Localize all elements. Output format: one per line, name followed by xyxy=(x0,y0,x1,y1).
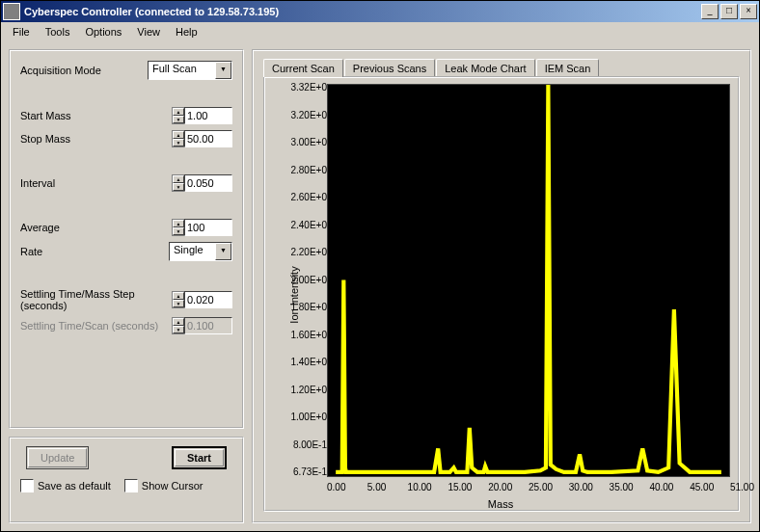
chevron-down-icon: ▼ xyxy=(215,62,231,79)
tab-iem-scan[interactable]: IEM Scan xyxy=(536,59,600,76)
settling-step-label: Settling Time/Mass Step (seconds) xyxy=(20,288,172,311)
y-tick: 1.40E+0 xyxy=(281,357,327,367)
tab-strip: Current Scan Previous Scans Leak Mode Ch… xyxy=(263,57,740,76)
average-row: Average ▲▼ xyxy=(20,219,232,236)
start-button[interactable]: Start xyxy=(172,446,227,469)
spin-down-icon[interactable]: ▼ xyxy=(173,139,184,146)
start-mass-row: Start Mass ▲▼ xyxy=(20,107,232,124)
menu-options[interactable]: Options xyxy=(77,24,129,40)
spectrum-trace xyxy=(336,85,721,472)
title-bar: Cyberspec Controller (connected to 129.5… xyxy=(1,1,759,22)
save-default-checkbox[interactable]: Save as default xyxy=(20,479,111,492)
spin-down-icon[interactable]: ▼ xyxy=(173,300,184,307)
stop-mass-input[interactable] xyxy=(184,130,232,147)
spin-down-icon[interactable]: ▼ xyxy=(173,116,184,123)
start-mass-label: Start Mass xyxy=(20,110,172,121)
stop-mass-row: Stop Mass ▲▼ xyxy=(20,130,232,147)
actions-panel: Update Start Save as default Show Cursor xyxy=(9,437,244,523)
y-tick-labels: 3.32E+03.20E+03.00E+02.80E+02.60E+02.40E… xyxy=(281,82,327,477)
window-title: Cyberspec Controller (connected to 129.5… xyxy=(24,6,701,17)
y-tick: 2.00E+0 xyxy=(281,275,327,285)
rate-value: Single xyxy=(170,243,215,260)
average-label: Average xyxy=(20,222,172,233)
y-tick: 3.00E+0 xyxy=(281,137,327,147)
spin-up-icon[interactable]: ▲ xyxy=(173,220,184,227)
settling-step-row: Settling Time/Mass Step (seconds) ▲▼ xyxy=(20,288,232,311)
window-buttons: _ □ × xyxy=(701,4,757,19)
interval-input[interactable] xyxy=(184,174,232,192)
spin-up-icon: ▲ xyxy=(173,318,184,326)
average-input[interactable] xyxy=(184,219,232,236)
y-tick: 1.20E+0 xyxy=(281,385,327,395)
settling-scan-input xyxy=(184,317,232,334)
save-default-label: Save as default xyxy=(38,480,111,492)
y-tick: 6.73E-1 xyxy=(281,466,327,477)
plot-area[interactable] xyxy=(327,84,730,477)
spin-down-icon[interactable]: ▼ xyxy=(173,183,184,191)
chart-panel: Current Scan Previous Scans Leak Mode Ch… xyxy=(252,49,751,523)
y-tick: 2.40E+0 xyxy=(281,220,327,230)
menu-file[interactable]: File xyxy=(5,24,38,40)
chevron-down-icon: ▼ xyxy=(215,243,231,260)
chart-frame: Ion Intensity Mass 3.32E+03.20E+03.00E+0… xyxy=(263,76,740,512)
y-tick: 3.32E+0 xyxy=(281,82,327,93)
settling-step-spinner[interactable]: ▲▼ xyxy=(172,291,232,308)
maximize-button[interactable]: □ xyxy=(720,4,738,19)
app-window: Cyberspec Controller (connected to 129.5… xyxy=(0,0,760,532)
menu-tools[interactable]: Tools xyxy=(38,24,78,40)
stop-mass-spinner[interactable]: ▲▼ xyxy=(172,130,232,147)
settling-step-input[interactable] xyxy=(184,291,232,308)
tab-leak-mode[interactable]: Leak Mode Chart xyxy=(436,59,534,76)
spin-up-icon[interactable]: ▲ xyxy=(173,131,184,139)
y-tick: 2.60E+0 xyxy=(281,192,327,202)
spin-up-icon[interactable]: ▲ xyxy=(173,108,184,116)
checkbox-icon xyxy=(124,479,138,492)
chart-area: Ion Intensity Mass 3.32E+03.20E+03.00E+0… xyxy=(267,82,734,508)
rate-label: Rate xyxy=(20,246,169,257)
tab-current-scan[interactable]: Current Scan xyxy=(263,59,343,77)
start-mass-input[interactable] xyxy=(184,107,232,124)
acq-mode-label: Acquisition Mode xyxy=(20,65,148,76)
y-tick: 2.20E+0 xyxy=(281,247,327,257)
content-area: Acquisition Mode Full Scan ▼ Start Mass … xyxy=(1,41,759,531)
left-column: Acquisition Mode Full Scan ▼ Start Mass … xyxy=(9,49,244,523)
acquisition-panel: Acquisition Mode Full Scan ▼ Start Mass … xyxy=(9,49,244,429)
acquisition-mode-row: Acquisition Mode Full Scan ▼ xyxy=(20,61,232,80)
y-tick: 1.60E+0 xyxy=(281,330,327,340)
spin-down-icon[interactable]: ▼ xyxy=(173,227,184,235)
spin-up-icon[interactable]: ▲ xyxy=(173,292,184,300)
start-mass-spinner[interactable]: ▲▼ xyxy=(172,107,232,124)
show-cursor-label: Show Cursor xyxy=(142,480,204,492)
average-spinner[interactable]: ▲▼ xyxy=(172,219,232,236)
interval-label: Interval xyxy=(20,177,172,189)
settling-scan-label: Settling Time/Scan (seconds) xyxy=(20,320,172,332)
x-tick-labels: 0.005.0010.0015.0020.0025.0030.0035.0040… xyxy=(327,482,730,492)
checkbox-icon xyxy=(20,479,34,492)
menu-view[interactable]: View xyxy=(129,24,168,40)
y-tick: 2.80E+0 xyxy=(281,165,327,175)
y-tick: 8.00E-1 xyxy=(281,439,327,450)
close-button[interactable]: × xyxy=(740,4,757,19)
menu-bar: File Tools Options View Help xyxy=(1,22,759,41)
interval-spinner[interactable]: ▲▼ xyxy=(172,174,232,192)
update-button: Update xyxy=(26,446,89,469)
acq-mode-dropdown[interactable]: Full Scan ▼ xyxy=(148,61,232,80)
rate-dropdown[interactable]: Single ▼ xyxy=(169,242,232,261)
show-cursor-checkbox[interactable]: Show Cursor xyxy=(124,479,204,492)
interval-row: Interval ▲▼ xyxy=(20,174,232,192)
settling-scan-spinner: ▲▼ xyxy=(172,317,232,334)
spin-up-icon[interactable]: ▲ xyxy=(173,175,184,183)
y-tick: 1.80E+0 xyxy=(281,302,327,312)
rate-row: Rate Single ▼ xyxy=(20,242,232,261)
spin-down-icon: ▼ xyxy=(173,326,184,333)
acq-mode-value: Full Scan xyxy=(149,62,215,79)
minimize-button[interactable]: _ xyxy=(701,4,719,19)
y-tick: 3.20E+0 xyxy=(281,110,327,120)
stop-mass-label: Stop Mass xyxy=(20,133,172,145)
x-axis-label: Mass xyxy=(488,498,513,510)
y-tick: 1.00E+0 xyxy=(281,412,327,422)
settling-scan-row: Settling Time/Scan (seconds) ▲▼ xyxy=(20,317,232,334)
menu-help[interactable]: Help xyxy=(168,24,205,40)
app-icon xyxy=(3,3,20,20)
tab-previous-scans[interactable]: Previous Scans xyxy=(344,59,435,76)
